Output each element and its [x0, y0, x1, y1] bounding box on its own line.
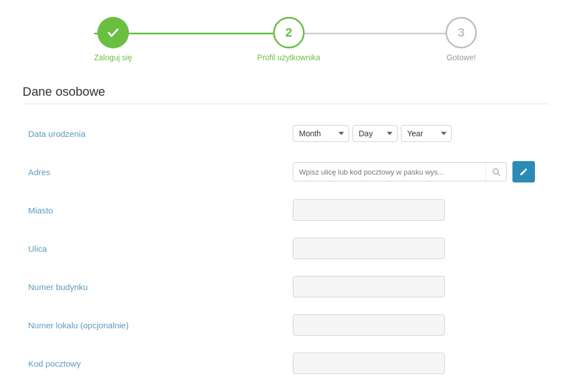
step-2-number: 2	[286, 25, 292, 40]
label-data-urodzenia: Data urodzenia	[23, 129, 293, 139]
field-date: Month JanuaryFebruaryMarch AprilMayJune …	[293, 125, 548, 142]
label-ulica: Ulica	[23, 244, 293, 253]
stepper-circle-2: 2	[273, 17, 305, 48]
field-numer-budynku	[293, 276, 548, 297]
input-kod-pocztowy[interactable]	[293, 353, 445, 374]
form-row-ulica: Ulica	[23, 236, 548, 261]
stepper-item-2: 2 Profil użytkownika	[257, 17, 320, 62]
input-miasto[interactable]	[293, 199, 445, 221]
label-kod-pocztowy: Kod pocztowy	[23, 359, 293, 368]
label-adres: Adres	[23, 167, 293, 177]
section-divider	[23, 104, 548, 104]
section-title: Dane osobowe	[23, 84, 548, 99]
input-numer-budynku[interactable]	[293, 276, 445, 297]
label-numer-lokalu: Numer lokalu (opcjonalnie)	[23, 320, 293, 330]
field-adres	[293, 161, 548, 182]
stepper-label-3: Gotowe!	[447, 53, 476, 62]
form-row-kod-pocztowy: Kod pocztowy	[23, 351, 548, 376]
address-edit-button[interactable]	[512, 161, 535, 182]
form-row-date: Data urodzenia Month JanuaryFebruaryMarc…	[23, 121, 548, 146]
select-year[interactable]: Year for(let y=2024;y>=1920;y--) documen…	[401, 125, 452, 142]
stepper-circle-1	[97, 17, 129, 48]
field-kod-pocztowy	[293, 353, 548, 374]
form-row-numer-lokalu: Numer lokalu (opcjonalnie)	[23, 313, 548, 337]
input-ulica[interactable]	[293, 238, 445, 259]
svg-line-1	[498, 173, 500, 176]
step-3-number: 3	[458, 25, 465, 40]
form-row-miasto: Miasto	[23, 198, 548, 222]
select-day[interactable]: Day for(let i=1;i<=31;i++) document.writ…	[353, 125, 398, 142]
pencil-icon	[519, 167, 528, 176]
form-row-numer-budynku: Numer budynku	[23, 274, 548, 299]
stepper: Zaloguj się 2 Profil użytkownika 3 Gotow…	[23, 17, 548, 62]
address-search-input[interactable]	[293, 163, 485, 181]
search-icon	[485, 163, 506, 181]
field-numer-lokalu	[293, 314, 548, 336]
address-search-wrapper	[293, 162, 507, 181]
stepper-circle-3: 3	[445, 17, 477, 48]
stepper-label-1: Zaloguj się	[94, 53, 132, 62]
stepper-label-2: Profil użytkownika	[257, 53, 320, 62]
form-row-adres: Adres	[23, 159, 548, 184]
stepper-items: Zaloguj się 2 Profil użytkownika 3 Gotow…	[94, 17, 477, 62]
select-month[interactable]: Month JanuaryFebruaryMarch AprilMayJune …	[293, 125, 349, 142]
stepper-item-3: 3 Gotowe!	[445, 17, 477, 62]
checkmark-icon	[106, 26, 120, 39]
page-wrapper: Zaloguj się 2 Profil użytkownika 3 Gotow…	[0, 0, 571, 392]
field-miasto	[293, 199, 548, 221]
form-container: Data urodzenia Month JanuaryFebruaryMarc…	[23, 121, 548, 376]
stepper-item-1: Zaloguj się	[94, 17, 132, 62]
label-numer-budynku: Numer budynku	[23, 282, 293, 292]
input-numer-lokalu[interactable]	[293, 314, 445, 336]
label-miasto: Miasto	[23, 206, 293, 215]
field-ulica	[293, 238, 548, 259]
